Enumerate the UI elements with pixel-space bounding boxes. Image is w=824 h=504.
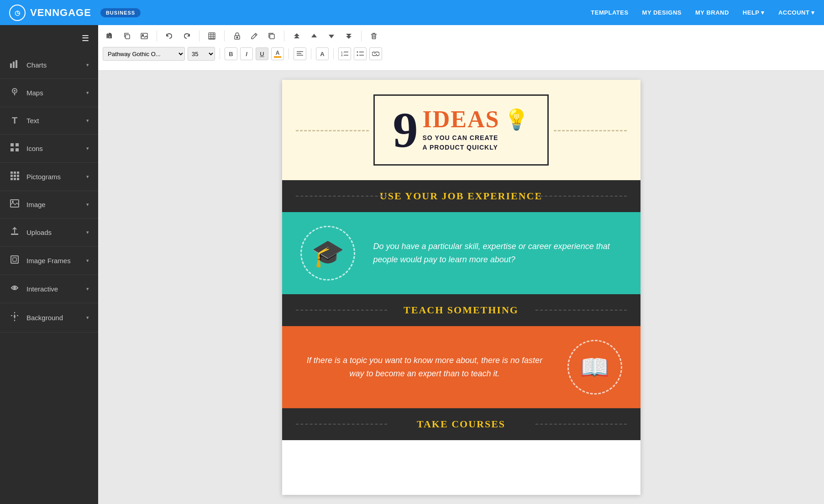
svg-rect-10 xyxy=(14,171,16,174)
canvas-wrapper[interactable]: 9 IDEAS 💡 USE YOUR JOB EXPERIENCE SO YOU… xyxy=(98,71,824,504)
image-frames-chevron: ▾ xyxy=(86,258,89,264)
book-icon: 📖 xyxy=(580,353,609,381)
logo-icon: ◷ xyxy=(9,5,26,21)
svg-text:2.: 2. xyxy=(341,54,343,57)
sidebar-item-image[interactable]: Image ▾ xyxy=(0,191,98,218)
underline-button[interactable]: U xyxy=(256,47,268,60)
unordered-list-button[interactable] xyxy=(354,47,367,60)
svg-marker-27 xyxy=(167,35,168,36)
content-area: Pathway Gothic O... 35 B I U A xyxy=(98,25,824,504)
logo-area: ◷ VENNGAGE xyxy=(9,5,91,21)
business-badge: BUSINESS xyxy=(100,8,141,17)
svg-point-23 xyxy=(13,286,16,289)
sidebar-item-image-frames[interactable]: Image Frames ▾ xyxy=(0,247,98,275)
title-number: 9 xyxy=(393,105,418,155)
sidebar-interactive-label: Interactive xyxy=(26,285,58,293)
copy-style-button[interactable] xyxy=(103,30,116,42)
dashed-line-right xyxy=(554,130,627,131)
nav-templates[interactable]: TEMPLATES xyxy=(591,9,628,16)
section-job-header: USE YOUR JOB EXPERIENCE xyxy=(282,180,640,212)
sidebar-item-charts[interactable]: Charts ▾ xyxy=(0,52,98,79)
toolbar-separator-5 xyxy=(361,31,362,42)
subtitle-text: SO YOU CAN CREATE A PRODUCT QUICKLY xyxy=(423,133,499,152)
svg-rect-24 xyxy=(126,35,130,39)
nav-help[interactable]: HELP ▾ xyxy=(743,9,765,16)
text-align-button[interactable] xyxy=(294,47,306,60)
main-area: ☰ Charts ▾ Maps ▾ T Text xyxy=(0,25,824,504)
logo-text: VENNGAGE xyxy=(30,7,91,19)
duplicate-button[interactable] xyxy=(265,30,278,42)
book-icon-circle: 📖 xyxy=(567,340,622,395)
dash-right-3 xyxy=(535,424,627,425)
hamburger-menu[interactable]: ☰ xyxy=(0,25,98,52)
move-top-button[interactable] xyxy=(290,30,304,42)
sidebar-item-background[interactable]: Background ▾ xyxy=(0,303,98,333)
text-color-button[interactable]: A xyxy=(271,47,284,60)
svg-rect-17 xyxy=(17,178,19,180)
lock-button[interactable] xyxy=(230,30,244,42)
svg-rect-37 xyxy=(270,34,274,39)
svg-marker-28 xyxy=(188,35,189,36)
job-content-text: Do you have a particular skill, expertis… xyxy=(373,240,622,266)
ordered-list-button[interactable]: 1.2. xyxy=(338,47,351,60)
sidebar-background-label: Background xyxy=(26,314,63,322)
redo-button[interactable] xyxy=(180,30,194,42)
row2-separator-4 xyxy=(333,48,334,59)
move-bottom-button[interactable] xyxy=(342,30,356,42)
move-down-button[interactable] xyxy=(325,30,338,42)
charts-icon xyxy=(9,60,20,70)
dash-left-2 xyxy=(296,310,387,311)
nav-account[interactable]: ACCOUNT ▾ xyxy=(778,9,815,16)
text-chevron: ▾ xyxy=(86,118,89,124)
interactive-icon xyxy=(9,283,20,295)
undo-button[interactable] xyxy=(163,30,176,42)
section-teach-header: TEACH SOMETHING xyxy=(282,294,640,326)
dashed-line-left xyxy=(296,130,369,131)
teach-content-text: If there is a topic you want to know mor… xyxy=(300,354,549,380)
font-family-select[interactable]: Pathway Gothic O... xyxy=(103,47,185,61)
svg-rect-22 xyxy=(13,258,16,261)
svg-rect-6 xyxy=(16,143,19,146)
svg-point-55 xyxy=(357,55,358,56)
nav-my-brand[interactable]: MY BRAND xyxy=(695,9,729,16)
italic-button[interactable]: I xyxy=(240,47,253,60)
sidebar-item-interactive[interactable]: Interactive ▾ xyxy=(0,275,98,303)
table-button[interactable] xyxy=(205,30,219,42)
sidebar-item-maps[interactable]: Maps ▾ xyxy=(0,79,98,107)
sidebar: ☰ Charts ▾ Maps ▾ T Text xyxy=(0,25,98,504)
top-navigation: ◷ VENNGAGE BUSINESS TEMPLATES MY DESIGNS… xyxy=(0,0,824,25)
sidebar-charts-label: Charts xyxy=(26,61,47,69)
image-frames-icon xyxy=(9,255,20,266)
svg-rect-13 xyxy=(14,175,16,177)
sidebar-image-frames-label: Image Frames xyxy=(26,257,71,265)
sidebar-item-text[interactable]: T Text ▾ xyxy=(0,107,98,135)
svg-rect-16 xyxy=(14,178,16,180)
bold-button[interactable]: B xyxy=(225,47,237,60)
move-up-button[interactable] xyxy=(307,30,321,42)
pictograms-icon xyxy=(9,171,20,182)
section-teach-content: If there is a topic you want to know mor… xyxy=(282,326,640,408)
sidebar-item-uploads[interactable]: Uploads ▾ xyxy=(0,218,98,247)
font-size-select[interactable]: 35 xyxy=(188,47,215,61)
text-size-format-button[interactable]: A xyxy=(316,47,329,60)
nav-my-designs[interactable]: MY DESIGNS xyxy=(642,9,682,16)
edit-button[interactable] xyxy=(247,30,261,42)
subtitle-line2: A PRODUCT QUICKLY xyxy=(423,144,498,151)
link-button[interactable] xyxy=(369,47,382,60)
charts-chevron: ▾ xyxy=(86,62,89,68)
sidebar-item-icons[interactable]: Icons ▾ xyxy=(0,135,98,163)
delete-button[interactable] xyxy=(367,30,381,42)
dash-right-1 xyxy=(535,196,627,197)
interactive-chevron: ▾ xyxy=(86,286,89,292)
maps-chevron: ▾ xyxy=(86,90,89,96)
uploads-icon xyxy=(9,227,20,238)
insert-image-button[interactable] xyxy=(137,30,151,42)
title-main-row: 9 IDEAS 💡 USE YOUR JOB EXPERIENCE SO YOU… xyxy=(393,105,530,155)
sidebar-item-pictograms[interactable]: Pictograms ▾ xyxy=(0,163,98,191)
ideas-text: IDEAS xyxy=(423,108,500,131)
copy-button[interactable] xyxy=(120,30,134,42)
svg-point-36 xyxy=(236,37,238,38)
background-icon xyxy=(9,312,20,324)
svg-rect-7 xyxy=(10,148,14,151)
toolbar-separator-4 xyxy=(284,31,284,42)
